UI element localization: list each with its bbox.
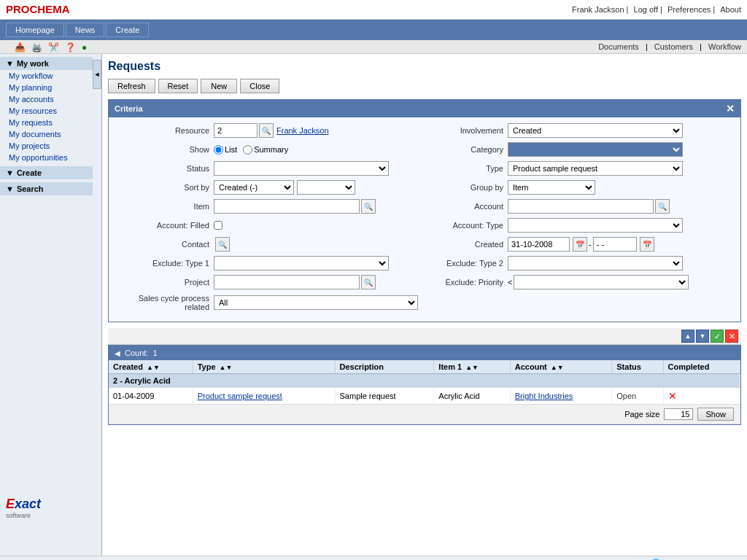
doc-icon3[interactable]: ✂️	[48, 42, 59, 52]
category-select[interactable]	[508, 142, 683, 157]
show-radio-group: List Summary	[214, 145, 288, 155]
created-date-range: 📅 - 📅	[508, 237, 654, 252]
my-work-header[interactable]: ▼ My work	[0, 57, 93, 70]
col-account[interactable]: Account ▲▼	[510, 360, 612, 374]
collapse-icon[interactable]: ◀	[115, 349, 120, 357]
sidebar-item-my-opportunities[interactable]: My opportunities	[0, 152, 93, 163]
contact-label: Contact	[115, 240, 209, 249]
criteria-title: Criteria	[115, 104, 143, 113]
sort-by-secondary-select[interactable]	[297, 180, 355, 195]
search-header[interactable]: ▼ Search	[0, 182, 93, 195]
documents-link[interactable]: Documents	[598, 42, 639, 51]
logo-pro: PRO	[6, 3, 30, 15]
footer: You have 1 unread activity Done 🌐 Local …	[0, 556, 747, 560]
page-size-input[interactable]	[664, 408, 693, 420]
criteria-row-7: Contact 🔍 Created 📅 - 📅	[115, 237, 735, 252]
col-status: Status	[612, 360, 663, 374]
results-icon-green[interactable]: ✓	[711, 330, 724, 343]
col-item[interactable]: Item 1 ▲▼	[434, 360, 510, 374]
row-created: 01-04-2009	[109, 388, 193, 405]
preferences-link[interactable]: Preferences	[667, 5, 711, 14]
sidebar-item-my-requests[interactable]: My requests	[0, 117, 93, 128]
involvement-select[interactable]: Created	[508, 123, 683, 138]
show-button[interactable]: Show	[697, 408, 734, 421]
sort-item[interactable]: ▲▼	[465, 364, 479, 371]
exclude-type1-select[interactable]	[214, 256, 389, 271]
sidebar-item-my-documents[interactable]: My documents	[0, 128, 93, 140]
exclude-type2-select[interactable]	[508, 256, 683, 271]
about-link[interactable]: About	[720, 5, 741, 14]
results-icon-red[interactable]: ✕	[725, 330, 738, 343]
col-type[interactable]: Type ▲▼	[193, 360, 335, 374]
sidebar-item-my-resources[interactable]: My resources	[0, 105, 93, 117]
created-from-input[interactable]	[508, 237, 570, 252]
account-search-btn[interactable]: 🔍	[655, 199, 670, 214]
status-select[interactable]	[214, 161, 389, 176]
resource-search-btn[interactable]: 🔍	[259, 123, 274, 138]
nav-create[interactable]: Create	[106, 23, 149, 37]
sidebar-collapse-btn[interactable]: ◄	[93, 60, 101, 89]
sidebar-item-my-workflow[interactable]: My workflow	[0, 70, 93, 82]
show-summary-radio[interactable]	[243, 145, 252, 155]
project-input[interactable]	[214, 275, 360, 289]
sidebar-item-my-planning[interactable]: My planning	[0, 82, 93, 93]
created-to-input[interactable]	[593, 237, 637, 252]
created-to-cal-btn[interactable]: 📅	[640, 237, 654, 252]
criteria-close-btn[interactable]: ✕	[726, 103, 735, 114]
row-type[interactable]: Product sample request	[193, 388, 335, 405]
row-account-link[interactable]: Bright Industries	[515, 392, 573, 400]
resource-input[interactable]	[214, 123, 258, 138]
refresh-button[interactable]: Refresh	[108, 79, 155, 93]
doc-icon2[interactable]: 🖨️	[31, 42, 42, 52]
reset-button[interactable]: Reset	[158, 79, 198, 93]
sort-type[interactable]: ▲▼	[220, 364, 233, 371]
sales-cycle-select[interactable]: All	[214, 295, 418, 310]
sidebar-item-my-accounts[interactable]: My accounts	[0, 93, 93, 105]
row-completed[interactable]: ✕	[663, 388, 740, 405]
nav-homepage[interactable]: Homepage	[6, 23, 64, 37]
col-created[interactable]: Created ▲▼	[109, 360, 193, 374]
account-filled-checkbox[interactable]	[214, 221, 222, 230]
sort-created[interactable]: ▲▼	[147, 364, 160, 371]
item-input[interactable]	[214, 199, 360, 214]
criteria-row-2: Show List Summary	[115, 142, 735, 157]
show-list-radio[interactable]	[214, 145, 223, 155]
nav-news[interactable]: News	[66, 23, 105, 37]
sidebar-item-my-projects[interactable]: My projects	[0, 140, 93, 152]
created-from-cal-btn[interactable]: 📅	[573, 237, 587, 252]
results-icon-2[interactable]: ▼	[696, 330, 709, 343]
page-title: Requests	[108, 60, 741, 73]
show-summary-label[interactable]: Summary	[243, 145, 288, 155]
create-section: ▼ Create	[0, 166, 93, 179]
project-search-btn[interactable]: 🔍	[361, 275, 376, 289]
sort-by-select[interactable]: Created (-)	[214, 180, 294, 195]
create-header[interactable]: ▼ Create	[0, 166, 93, 179]
contact-search-btn[interactable]: 🔍	[215, 237, 230, 252]
logoff-link[interactable]: Log off	[634, 5, 658, 14]
exclude-priority-label: Exclude: Priority	[430, 278, 503, 287]
group-by-select[interactable]: Item	[508, 180, 595, 195]
close-button[interactable]: Close	[240, 79, 279, 93]
row-account[interactable]: Bright Industries	[510, 388, 612, 405]
account-type-select[interactable]	[508, 218, 683, 233]
criteria-row-6: Account: Filled Account: Type	[115, 218, 735, 233]
criteria-row-10: Sales cycle process related All	[115, 294, 735, 311]
type-select[interactable]: Product sample request	[508, 161, 683, 176]
doc-icon1[interactable]: 📥	[15, 42, 26, 52]
delete-icon[interactable]: ✕	[668, 390, 677, 402]
account-input[interactable]	[508, 199, 654, 214]
workflow-link[interactable]: Workflow	[708, 42, 741, 51]
item-search-btn[interactable]: 🔍	[361, 199, 376, 214]
project-label: Project	[115, 278, 209, 287]
criteria-panel: Criteria ✕ Resource 🔍 Frank Jackson In	[108, 99, 741, 322]
status-label: Status	[115, 164, 209, 173]
results-icon-1[interactable]: ▲	[681, 330, 694, 343]
col-completed: Completed	[663, 360, 740, 374]
exclude-priority-select[interactable]	[514, 275, 689, 289]
row-type-link[interactable]: Product sample request	[198, 392, 282, 400]
show-list-label[interactable]: List	[214, 145, 237, 155]
customers-link[interactable]: Customers	[654, 42, 693, 51]
sort-account[interactable]: ▲▼	[551, 364, 564, 371]
new-button[interactable]: New	[201, 79, 237, 93]
content-inner: Requests Refresh Reset New Close Criteri…	[102, 54, 747, 431]
